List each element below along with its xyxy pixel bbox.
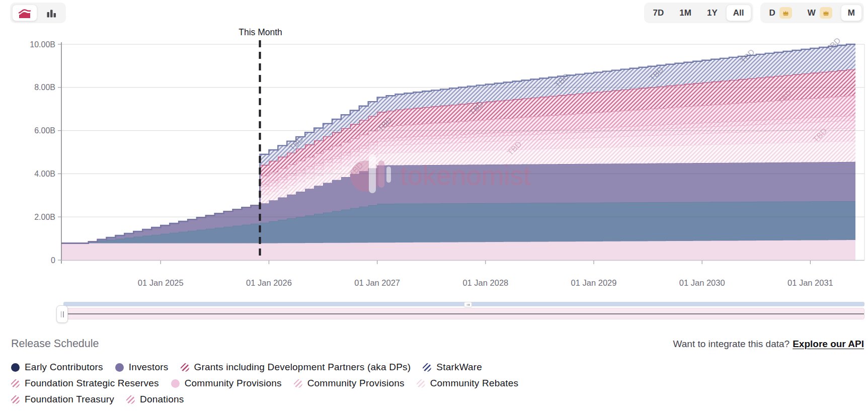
legend-row: Early ContributorsInvestorsGrants includ…	[11, 362, 518, 373]
x-tick-label: 01 Jan 2030	[679, 278, 725, 287]
x-tick-label: 01 Jan 2028	[462, 278, 508, 287]
legend-item-investors[interactable]: Investors	[115, 362, 169, 373]
y-tick-label: 4.00B	[34, 170, 55, 178]
legend-row: Foundation Strategic ReservesCommunity P…	[11, 378, 518, 389]
foundation-treasury-swatch	[11, 395, 20, 404]
api-cta: Want to integrate this data?Explore our …	[673, 339, 864, 350]
legend-label: Community Rebates	[430, 378, 519, 389]
donations-swatch	[126, 395, 135, 404]
tokenomist-release-schedule-page: 7D1M1YAll DWM tokenomist TBDTBDTBDTBDTBD…	[0, 0, 868, 413]
legend-item-foundation-strategic-reserves[interactable]: Foundation Strategic Reserves	[11, 378, 159, 389]
x-tick-label: 01 Jan 2025	[138, 278, 184, 287]
grants-dps-swatch	[181, 363, 189, 372]
brush-mini-line	[62, 313, 864, 314]
legend-label: StarkWare	[436, 362, 482, 373]
y-tick-label: 0	[51, 256, 55, 265]
legend-item-community-provisions-hatched[interactable]: Community Provisions	[294, 378, 405, 389]
legend-item-early-contributors[interactable]: Early Contributors	[11, 362, 103, 373]
legend-item-donations[interactable]: Donations	[126, 394, 184, 405]
legend-label: Community Provisions	[307, 378, 405, 389]
api-cta-text: Want to integrate this data?	[673, 339, 790, 349]
legend-label: Early Contributors	[25, 362, 103, 373]
early-contributors-swatch	[11, 363, 20, 372]
x-tick-label: 01 Jan 2026	[246, 278, 292, 287]
this-month-label: This Month	[239, 27, 282, 37]
legend-label: Donations	[140, 394, 184, 405]
y-tick-label: 10.00B	[30, 40, 55, 49]
y-tick-label: 6.00B	[34, 126, 55, 135]
brush-center-grip[interactable]	[464, 302, 472, 307]
community-rebates-swatch	[417, 379, 425, 388]
legend-item-starkware[interactable]: StarkWare	[423, 362, 482, 373]
legend-label: Foundation Strategic Reserves	[25, 378, 159, 389]
x-tick-label: 01 Jan 2029	[571, 278, 617, 287]
legend-item-community-provisions-solid[interactable]: Community Provisions	[171, 378, 282, 389]
legend-row: Foundation TreasuryDonations	[11, 394, 518, 405]
x-tick-label: 01 Jan 2031	[787, 278, 833, 287]
stacked-areas	[61, 44, 855, 260]
legend-item-community-rebates[interactable]: Community Rebates	[417, 378, 519, 389]
foundation-strategic-reserves-swatch	[11, 379, 20, 388]
community-provisions-solid-swatch	[171, 379, 180, 388]
legend-label: Investors	[129, 362, 169, 373]
starkware-swatch	[423, 363, 431, 372]
legend-label: Foundation Treasury	[25, 394, 114, 405]
legend-label: Community Provisions	[185, 378, 282, 389]
explore-api-link[interactable]: Explore our API	[793, 339, 864, 349]
x-tick-label: 01 Jan 2027	[354, 278, 400, 287]
brush-track-top[interactable]	[63, 302, 864, 306]
investors-swatch	[115, 363, 124, 372]
section-title: Release Schedule	[11, 338, 99, 350]
legend-item-grants-dps[interactable]: Grants including Development Partners (a…	[181, 362, 411, 373]
legend: Early ContributorsInvestorsGrants includ…	[11, 362, 518, 405]
watermark-text: tokenomist	[400, 160, 531, 190]
community-provisions-hatched-swatch	[294, 379, 302, 388]
brush-left-handle[interactable]	[56, 305, 68, 323]
release-schedule-chart[interactable]: tokenomist TBDTBDTBDTBDTBDTBDTBDTBDTBDTB…	[0, 0, 868, 294]
y-tick-label: 2.00B	[34, 213, 55, 221]
y-tick-label: 8.00B	[34, 83, 55, 92]
legend-label: Grants including Development Partners (a…	[194, 362, 411, 373]
legend-item-foundation-treasury[interactable]: Foundation Treasury	[11, 394, 114, 405]
brush-track-bottom[interactable]	[61, 308, 864, 319]
